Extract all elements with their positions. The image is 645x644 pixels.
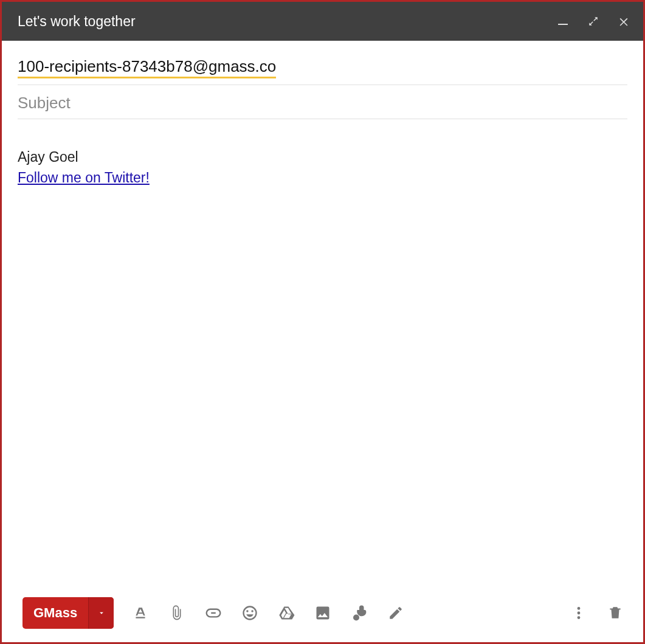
trash-icon	[607, 605, 623, 621]
window-title: Let's work together	[18, 13, 556, 30]
subject-field[interactable]	[18, 85, 627, 119]
link-icon	[204, 604, 222, 622]
gmass-send-dropdown[interactable]	[88, 597, 114, 629]
minimize-button[interactable]	[556, 14, 570, 29]
svg-point-2	[578, 616, 581, 619]
chevron-down-icon	[97, 609, 106, 617]
image-icon	[314, 604, 331, 621]
compose-toolbar: GMass	[2, 590, 643, 642]
attach-button[interactable]	[167, 603, 187, 623]
more-options-button[interactable]	[569, 603, 588, 623]
signature-pen-button[interactable]	[386, 603, 405, 623]
insert-image-button[interactable]	[313, 603, 333, 623]
paperclip-icon	[169, 605, 185, 621]
minimize-icon	[558, 24, 568, 26]
window-controls	[556, 14, 631, 29]
fullscreen-icon	[588, 16, 599, 27]
lock-clock-icon	[350, 604, 368, 622]
more-vertical-icon	[576, 605, 581, 621]
svg-point-1	[578, 612, 581, 615]
insert-link-button[interactable]	[204, 603, 223, 623]
drive-button[interactable]	[277, 603, 296, 623]
compose-window: Let's work together 100-recipients-87343…	[0, 0, 645, 644]
pen-icon	[388, 605, 404, 621]
message-body[interactable]: Ajay Goel Follow me on Twitter!	[2, 119, 643, 590]
formatting-tools	[131, 603, 405, 623]
recipients-field[interactable]: 100-recipients-87343b78@gmass.co	[18, 49, 627, 85]
svg-point-0	[578, 607, 581, 610]
subject-input[interactable]	[18, 94, 627, 113]
confidential-button[interactable]	[350, 603, 369, 623]
toolbar-right	[569, 603, 625, 623]
fullscreen-button[interactable]	[586, 14, 601, 29]
signature-name: Ajay Goel	[18, 147, 627, 167]
formatting-button[interactable]	[131, 603, 150, 623]
close-button[interactable]	[616, 14, 631, 29]
recipient-chip[interactable]: 100-recipients-87343b78@gmass.co	[18, 58, 276, 78]
discard-draft-button[interactable]	[605, 603, 625, 623]
titlebar: Let's work together	[2, 2, 643, 41]
format-text-icon	[133, 605, 148, 621]
emoji-icon	[241, 604, 258, 621]
emoji-button[interactable]	[240, 603, 260, 623]
signature-link[interactable]: Follow me on Twitter!	[18, 170, 150, 185]
gmass-send-label: GMass	[22, 597, 88, 629]
drive-icon	[278, 604, 295, 621]
header-fields: 100-recipients-87343b78@gmass.co	[2, 41, 643, 119]
gmass-send-button[interactable]: GMass	[22, 597, 114, 629]
close-icon	[618, 15, 630, 27]
